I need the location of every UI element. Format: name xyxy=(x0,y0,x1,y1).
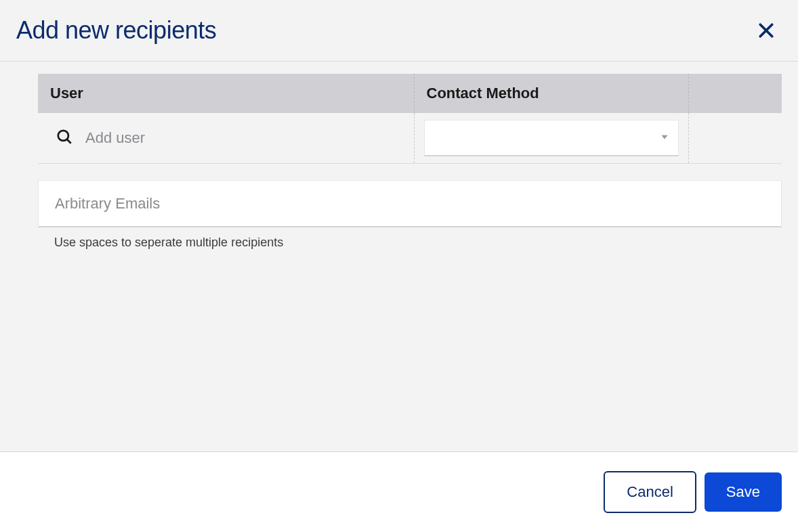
column-header-user: User xyxy=(38,74,414,113)
modal-body: User Contact Method xyxy=(0,62,798,452)
arbitrary-emails-input[interactable] xyxy=(38,180,782,227)
column-header-contact: Contact Method xyxy=(414,74,688,113)
recipients-table: User Contact Method xyxy=(38,74,782,164)
add-recipients-modal: Add new recipients User Contact Method xyxy=(0,0,798,532)
modal-footer: Cancel Save xyxy=(0,452,798,532)
modal-title: Add new recipients xyxy=(16,16,216,45)
close-icon xyxy=(756,20,776,41)
close-button[interactable] xyxy=(753,18,779,43)
save-button[interactable]: Save xyxy=(705,472,782,512)
emails-hint: Use spaces to seperate multiple recipien… xyxy=(38,227,782,250)
svg-line-3 xyxy=(67,139,71,143)
contact-method-select[interactable] xyxy=(424,120,679,156)
add-user-input[interactable] xyxy=(85,129,402,147)
svg-point-2 xyxy=(58,131,68,141)
column-header-actions xyxy=(688,74,782,113)
search-icon xyxy=(56,128,73,148)
modal-header: Add new recipients xyxy=(0,0,798,62)
cancel-button[interactable]: Cancel xyxy=(604,471,696,513)
arbitrary-emails-block: Use spaces to seperate multiple recipien… xyxy=(38,180,782,250)
table-row xyxy=(38,113,782,163)
